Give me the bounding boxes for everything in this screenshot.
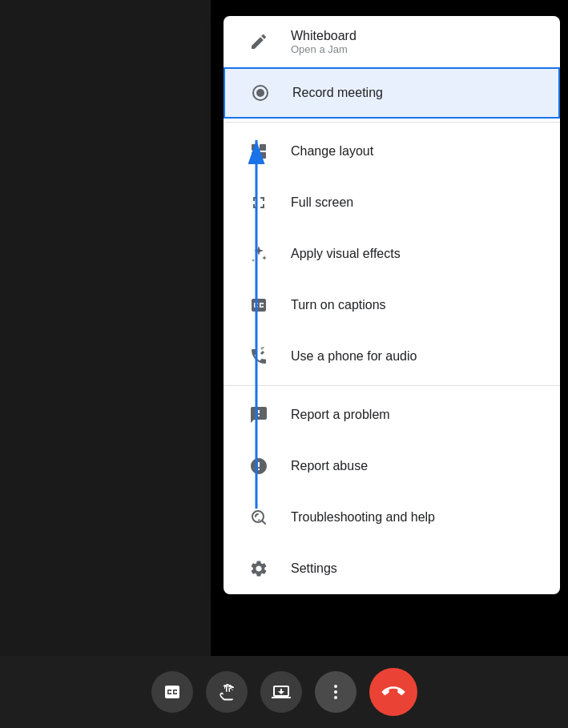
background-dark [0,0,211,728]
svg-point-1 [256,89,264,97]
troubleshooting-label: Troubleshooting and help [291,510,435,525]
settings-icon [243,559,275,578]
svg-rect-2 [252,144,258,151]
captions-icon [243,296,275,315]
divider-1 [224,122,560,123]
divider-2 [224,385,560,386]
full-screen-label: Full screen [291,195,353,210]
change-layout-label: Change layout [291,144,373,159]
phone-audio-label: Use a phone for audio [291,349,417,364]
svg-point-11 [334,696,337,699]
menu-item-visual-effects[interactable]: Apply visual effects [224,228,560,280]
troubleshoot-icon [243,508,275,527]
whiteboard-label-group: Whiteboard Open a Jam [291,29,357,55]
captions-label: Turn on captions [291,298,386,312]
raise-hand-button[interactable] [206,671,248,713]
report-problem-label: Report a problem [291,408,390,422]
report-problem-icon [243,405,275,424]
svg-rect-3 [260,144,266,151]
menu-item-report-problem[interactable]: Report a problem [224,389,560,440]
layout-icon [243,142,275,161]
menu-item-settings[interactable]: Settings [224,543,560,594]
report-abuse-label: Report abuse [291,459,368,473]
more-options-button[interactable] [315,671,357,713]
phone-audio-icon [243,347,275,366]
edit-icon [243,32,275,51]
menu-item-whiteboard[interactable]: Whiteboard Open a Jam [224,16,560,67]
settings-label: Settings [291,561,337,576]
menu-item-phone-audio[interactable]: Use a phone for audio [224,331,560,382]
visual-effects-label: Apply visual effects [291,247,401,261]
menu-item-change-layout[interactable]: Change layout [224,126,560,177]
fullscreen-icon [243,193,275,212]
menu-item-report-abuse[interactable]: Report abuse [224,440,560,492]
svg-point-9 [334,685,337,688]
end-call-button[interactable] [369,668,417,716]
svg-rect-5 [260,152,266,159]
svg-rect-4 [252,152,258,159]
record-meeting-label: Record meeting [292,86,383,100]
context-menu: Whiteboard Open a Jam Record meeting Cha… [224,16,560,594]
whiteboard-sublabel: Open a Jam [291,43,357,55]
menu-item-captions[interactable]: Turn on captions [224,280,560,331]
menu-item-troubleshooting[interactable]: Troubleshooting and help [224,492,560,543]
report-abuse-icon [243,457,275,476]
captions-toolbar-button[interactable] [151,671,193,713]
svg-point-10 [334,690,337,694]
whiteboard-label: Whiteboard [291,29,357,43]
sparkle-icon [243,244,275,263]
record-icon [244,83,276,103]
share-screen-button[interactable] [260,671,302,713]
menu-item-record-meeting[interactable]: Record meeting [224,67,560,119]
toolbar [0,656,568,728]
menu-item-full-screen[interactable]: Full screen [224,177,560,228]
